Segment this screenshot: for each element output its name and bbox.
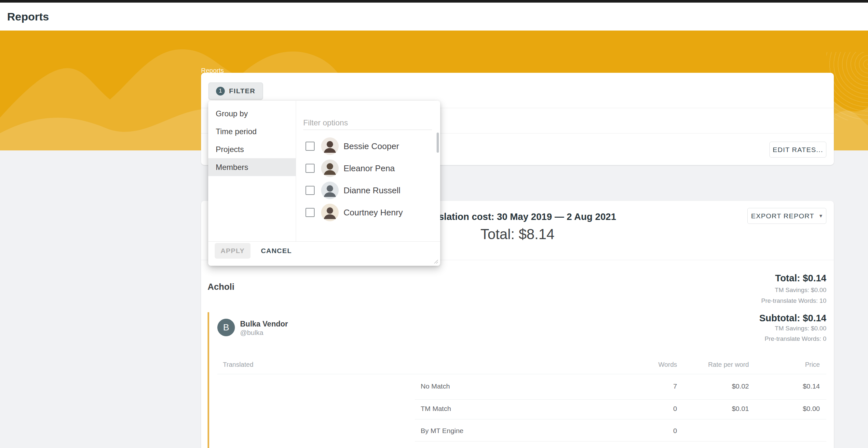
- table-cell-rate: $0.02: [732, 382, 749, 390]
- person-icon: [321, 137, 339, 155]
- person-icon: [321, 160, 339, 177]
- table-row-label: TM Match: [421, 405, 451, 413]
- table-row-label: No Match: [421, 382, 450, 390]
- table-cell-words: 7: [673, 382, 677, 390]
- vendor-subtotal: Subtotal: $0.14: [760, 313, 826, 323]
- section-pretranslate-words: Pre-translate Words: 10: [761, 297, 826, 304]
- app-bar: Reports: [0, 3, 868, 31]
- resize-handle-icon[interactable]: [432, 258, 438, 264]
- column-header-words: Words: [658, 361, 677, 369]
- filter-categories: Group by Time period Projects Members: [208, 101, 296, 241]
- vendor-avatar: B: [217, 319, 235, 336]
- apply-button[interactable]: APPLY: [215, 243, 250, 259]
- member-name: Eleanor Pena: [344, 163, 395, 173]
- vendor-section: B Bulka Vendor @bulka Subtotal: $0.14 TM…: [208, 312, 834, 448]
- member-row[interactable]: Courtney Henry: [296, 201, 440, 223]
- section-total: Total: $0.14: [775, 273, 826, 284]
- export-report-button[interactable]: EXPORT REPORT ▾: [747, 208, 826, 224]
- category-projects[interactable]: Projects: [208, 140, 296, 158]
- member-checkbox[interactable]: [306, 186, 315, 195]
- table-cell-price: $0.00: [803, 405, 820, 413]
- filter-options-input[interactable]: [303, 116, 432, 130]
- divider: [415, 441, 826, 442]
- divider: [217, 374, 826, 374]
- language-heading: Acholi: [208, 282, 235, 292]
- vendor-tm-savings: TM Savings: $0.00: [775, 325, 826, 332]
- category-time-period[interactable]: Time period: [208, 123, 296, 140]
- member-checkbox[interactable]: [306, 164, 315, 173]
- section-tm-savings: TM Savings: $0.00: [775, 286, 826, 294]
- table-cell-words: 0: [673, 427, 677, 435]
- member-avatar: [321, 204, 339, 221]
- column-header-price: Price: [805, 361, 820, 369]
- filter-button[interactable]: 1 FILTER: [209, 82, 263, 99]
- vendor-pretranslate-words: Pre-translate Words: 0: [765, 335, 826, 342]
- member-row[interactable]: Dianne Russell: [296, 179, 440, 201]
- member-avatar: [321, 137, 339, 155]
- member-avatar: [321, 160, 339, 177]
- table-cell-rate: $0.01: [732, 405, 749, 413]
- vendor-handle: @bulka: [240, 329, 264, 337]
- table-group-header: Translated: [223, 361, 253, 369]
- window-top-strip: [0, 0, 868, 3]
- filter-count-badge: 1: [216, 87, 225, 96]
- category-members[interactable]: Members: [208, 158, 296, 176]
- chevron-down-icon: ▾: [819, 212, 823, 219]
- vendor-name: Bulka Vendor: [240, 320, 288, 329]
- member-name: Courtney Henry: [344, 208, 403, 218]
- column-header-rate: Rate per word: [708, 361, 749, 369]
- member-row[interactable]: Bessie Cooper: [296, 135, 440, 157]
- member-name: Dianne Russell: [344, 185, 401, 196]
- members-scrollbar[interactable]: [437, 133, 439, 153]
- person-icon: [321, 204, 339, 221]
- app-title: Reports: [7, 10, 49, 23]
- export-report-label: EXPORT REPORT: [751, 212, 814, 220]
- category-group-by[interactable]: Group by: [208, 105, 296, 123]
- member-checkbox[interactable]: [306, 208, 315, 217]
- member-name: Bessie Cooper: [344, 141, 399, 151]
- divider: [208, 241, 440, 242]
- filter-popup: Group by Time period Projects Members Be…: [208, 101, 440, 266]
- table-row-label: By MT Engine: [421, 427, 464, 435]
- table-cell-words: 0: [673, 405, 677, 413]
- filter-button-label: FILTER: [229, 87, 255, 95]
- person-icon: [321, 182, 339, 199]
- member-checkbox[interactable]: [306, 142, 315, 151]
- member-avatar: [321, 182, 339, 199]
- divider: [415, 399, 826, 400]
- edit-rates-button[interactable]: EDIT RATES...: [769, 142, 826, 158]
- divider: [415, 419, 826, 419]
- table-cell-price: $0.14: [803, 382, 820, 390]
- cancel-button[interactable]: CANCEL: [257, 243, 296, 259]
- members-list: Bessie Cooper Eleanor Pena: [296, 135, 440, 223]
- member-row[interactable]: Eleanor Pena: [296, 157, 440, 179]
